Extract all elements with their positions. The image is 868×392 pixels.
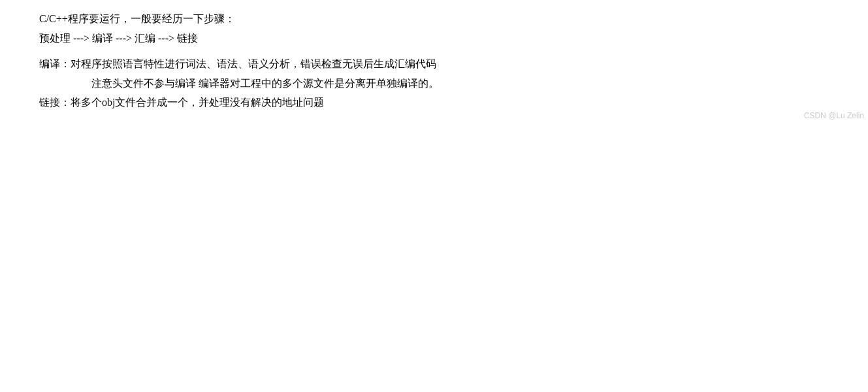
intro-line-1: C/C++程序要运行，一般要经历一下步骤： — [39, 10, 855, 27]
intro-line-4: 注意头文件不参与编译 编译器对工程中的多个源文件是分离开单独编译的。 — [39, 75, 855, 92]
watermark: CSDN @Lu Zelin — [804, 111, 864, 120]
intro-line-2: 预处理 ---> 编译 ---> 汇编 ---> 链接 — [39, 30, 855, 47]
intro-line-3: 编译：对程序按照语言特性进行词法、语法、语义分析，错误检查无误后生成汇编代码 — [39, 56, 855, 73]
intro-line-5: 链接：将多个obj文件合并成一个，并处理没有解决的地址问题 — [39, 94, 855, 111]
intro-text: C/C++程序要运行，一般要经历一下步骤： 预处理 ---> 编译 ---> 汇… — [13, 10, 855, 111]
